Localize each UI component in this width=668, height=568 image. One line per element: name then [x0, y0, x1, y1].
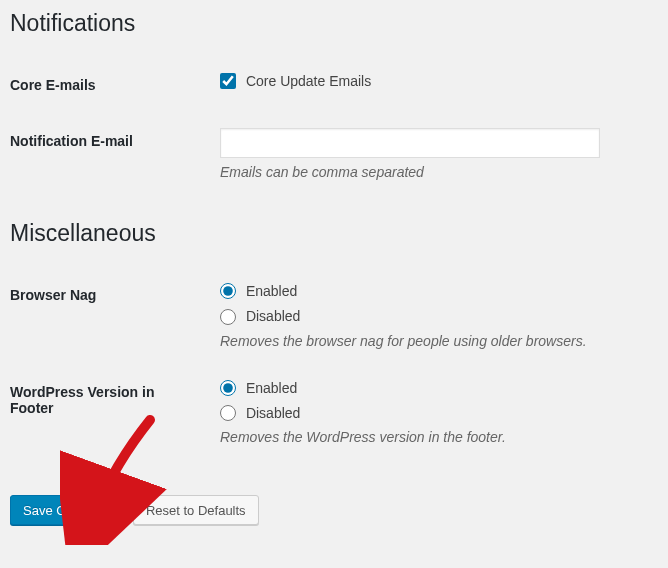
wp-version-enabled-label: Enabled: [246, 380, 297, 396]
reset-defaults-button[interactable]: Reset to Defaults: [133, 495, 259, 525]
wp-version-disabled-label: Disabled: [246, 405, 300, 421]
core-update-emails-checkbox-label: Core Update Emails: [246, 73, 371, 89]
notifications-heading: Notifications: [10, 10, 648, 37]
miscellaneous-table: Browser Nag Enabled Disabled Removes the…: [10, 267, 648, 460]
wp-version-description: Removes the WordPress version in the foo…: [220, 429, 638, 445]
browser-nag-label: Browser Nag: [10, 267, 210, 364]
notification-email-description: Emails can be comma separated: [220, 164, 638, 180]
browser-nag-enabled-radio[interactable]: [220, 283, 236, 299]
wp-version-disabled-radio[interactable]: [220, 405, 236, 421]
core-update-emails-checkbox[interactable]: [220, 73, 236, 89]
wp-version-label: WordPress Version in Footer: [10, 364, 210, 461]
core-emails-label: Core E-mails: [10, 57, 210, 113]
miscellaneous-heading: Miscellaneous: [10, 220, 648, 247]
wp-version-enabled-radio[interactable]: [220, 380, 236, 396]
notification-email-input[interactable]: [220, 128, 600, 158]
notification-email-label: Notification E-mail: [10, 113, 210, 195]
browser-nag-disabled-radio[interactable]: [220, 309, 236, 325]
notifications-table: Core E-mails Core Update Emails Notifica…: [10, 57, 648, 195]
save-changes-button[interactable]: Save Changes: [10, 495, 121, 525]
browser-nag-enabled-label: Enabled: [246, 283, 297, 299]
browser-nag-disabled-label: Disabled: [246, 309, 300, 325]
browser-nag-description: Removes the browser nag for people using…: [220, 333, 638, 349]
